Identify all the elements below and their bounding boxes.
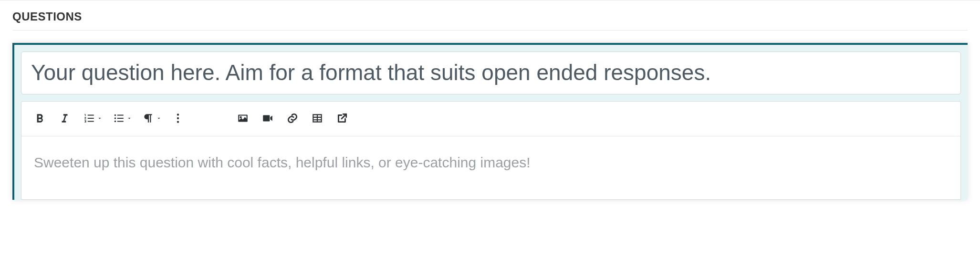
italic-icon <box>58 112 71 126</box>
svg-point-3 <box>177 113 179 115</box>
external-link-icon <box>336 112 348 126</box>
svg-point-1 <box>115 117 116 119</box>
italic-button[interactable] <box>53 107 76 130</box>
svg-point-5 <box>177 121 179 123</box>
insert-video-button[interactable] <box>256 107 279 130</box>
bold-button[interactable] <box>28 107 51 130</box>
image-icon <box>237 112 249 126</box>
rich-text-editor: Sweeten up this question with cool facts… <box>21 101 961 200</box>
insert-link-button[interactable] <box>281 107 304 130</box>
kebab-menu-icon <box>172 112 184 126</box>
section-title: QUESTIONS <box>12 1 968 31</box>
question-title-input[interactable] <box>21 52 961 94</box>
editor-toolbar <box>21 102 960 136</box>
chevron-down-icon <box>97 114 103 123</box>
link-icon <box>286 112 299 126</box>
table-icon <box>311 112 323 126</box>
unordered-list-dropdown[interactable] <box>107 107 135 130</box>
editor-content-area[interactable]: Sweeten up this question with cool facts… <box>21 136 960 199</box>
bold-icon <box>33 112 46 126</box>
insert-table-button[interactable] <box>306 107 329 130</box>
svg-point-2 <box>115 120 116 122</box>
unordered-list-icon <box>113 112 125 126</box>
paragraph-format-dropdown[interactable] <box>137 107 165 130</box>
open-external-button[interactable] <box>331 107 354 130</box>
video-icon <box>261 112 274 126</box>
ordered-list-dropdown[interactable] <box>78 107 105 130</box>
more-options-button[interactable] <box>167 107 189 130</box>
chevron-down-icon <box>126 114 132 123</box>
editor-placeholder: Sweeten up this question with cool facts… <box>34 155 948 171</box>
svg-point-4 <box>177 117 179 119</box>
question-card: Sweeten up this question with cool facts… <box>12 43 968 200</box>
insert-image-button[interactable] <box>231 107 254 130</box>
paragraph-icon <box>142 112 155 126</box>
chevron-down-icon <box>156 114 162 123</box>
ordered-list-icon <box>83 112 95 126</box>
svg-point-0 <box>115 114 116 115</box>
top-divider <box>0 0 980 0</box>
